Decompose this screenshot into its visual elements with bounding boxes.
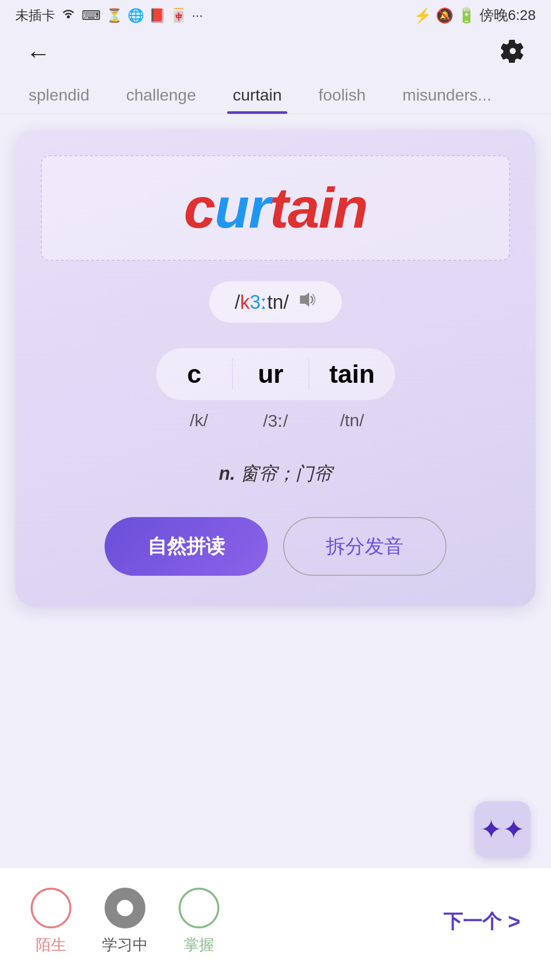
hourglass-icon: ⏳: [106, 8, 122, 23]
status-learning[interactable]: 学习中: [102, 888, 148, 955]
btn-row: 自然拼读 拆分发音: [41, 517, 510, 576]
ipa-item-3: /tn/: [314, 410, 390, 431]
tab-curtain[interactable]: curtain: [214, 77, 300, 114]
sparkle-fab[interactable]: ✦✦: [474, 801, 531, 857]
tab-splendid[interactable]: splendid: [10, 77, 108, 114]
stranger-label: 陌生: [36, 935, 66, 955]
phonetic-row: /k3ːtn/: [41, 281, 510, 323]
main-card: curtain /k3ːtn/ c: [15, 130, 536, 606]
stranger-circle: [31, 888, 71, 928]
mastered-label: 掌握: [184, 935, 214, 955]
card-wrapper: curtain /k3ːtn/ c: [0, 114, 551, 622]
ipa-k: k: [240, 291, 250, 313]
status-left: 未插卡 ⌨ ⏳ 🌐 📕 🀄 ···: [15, 7, 203, 24]
tab-foolish[interactable]: foolish: [300, 77, 384, 114]
app-icon-2: 🀄: [170, 8, 187, 23]
split-pronunciation-button[interactable]: 拆分发音: [283, 517, 446, 576]
ipa-item-1: /k/: [161, 410, 237, 431]
back-arrow-icon: ←: [26, 41, 51, 66]
status-circles: 陌生 学习中 掌握: [31, 888, 219, 955]
word-display-area: curtain: [41, 155, 510, 261]
syllable-row: c ur tain: [41, 348, 510, 400]
ipa-item-2: /3ː/: [237, 410, 314, 431]
back-button[interactable]: ←: [20, 36, 56, 71]
syllable-tain: tain: [309, 348, 395, 400]
next-label: 下一个: [443, 909, 502, 935]
time-display: 傍晚6:28: [480, 6, 536, 25]
word-part-tain: tain: [270, 176, 367, 240]
svg-marker-1: [300, 292, 309, 307]
ipa-3: 3ː: [250, 291, 267, 313]
learning-circle: [105, 888, 145, 928]
tab-challenge[interactable]: challenge: [108, 77, 214, 114]
word-part-c: c: [184, 176, 214, 240]
status-right: ⚡ 🔕 🔋 傍晚6:28: [414, 6, 536, 25]
speaker-icon[interactable]: [298, 290, 316, 313]
ipa-row: /k/ /3ː/ /tn/: [41, 410, 510, 431]
status-bar: 未插卡 ⌨ ⏳ 🌐 📕 🀄 ··· ⚡ 🔕 🔋 傍晚6:28: [0, 0, 551, 31]
status-stranger[interactable]: 陌生: [31, 888, 71, 955]
top-nav: ←: [0, 31, 551, 77]
phonetic-pill[interactable]: /k3ːtn/: [209, 281, 342, 323]
syllable-ur: ur: [233, 348, 309, 400]
next-button[interactable]: 下一个 >: [443, 909, 520, 935]
mastered-circle: [179, 888, 219, 928]
sparkle-icon: ✦✦: [480, 814, 525, 845]
bottom-bar: 陌生 学习中 掌握 下一个 >: [0, 868, 551, 980]
phonetic-text: /k3ːtn/: [235, 291, 289, 313]
battery-icon: 🔋: [458, 7, 475, 24]
definition-text: 窗帘；门帘: [240, 463, 332, 484]
status-carrier: 未插卡: [15, 7, 55, 24]
wifi-icon: [60, 7, 77, 24]
app-icon-1: 📕: [149, 8, 165, 23]
signal-icon: ⌨: [82, 8, 101, 23]
settings-button[interactable]: [495, 36, 531, 71]
bluetooth-icon: ⚡: [414, 7, 432, 24]
syllable-c: c: [156, 348, 233, 400]
globe-icon: 🌐: [128, 8, 144, 23]
svg-point-0: [510, 48, 516, 54]
next-arrow-icon: >: [508, 910, 520, 934]
status-mastered[interactable]: 掌握: [179, 888, 219, 955]
part-of-speech: n.: [219, 463, 235, 484]
notification-icon: 🔕: [436, 7, 454, 24]
word-tabs: splendid challenge curtain foolish misun…: [0, 77, 551, 114]
main-word: curtain: [184, 177, 367, 239]
gear-icon: [501, 39, 524, 68]
more-icon: ···: [192, 8, 203, 23]
word-tabs-container: splendid challenge curtain foolish misun…: [0, 77, 551, 114]
tab-misunderstand[interactable]: misunders...: [384, 77, 510, 114]
natural-reading-button[interactable]: 自然拼读: [105, 517, 268, 576]
word-part-ur: ur: [215, 176, 270, 240]
syllable-combined: c ur tain: [156, 348, 395, 400]
definition: n.窗帘；门帘: [41, 461, 510, 486]
learning-label: 学习中: [102, 935, 148, 955]
